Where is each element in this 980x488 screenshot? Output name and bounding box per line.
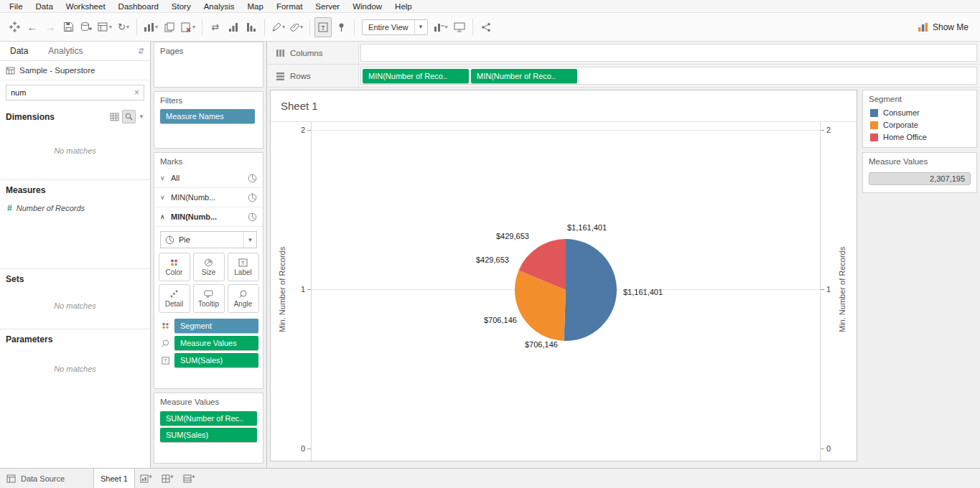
new-story-tab-icon[interactable]: [178, 469, 200, 488]
pane-pin-icon[interactable]: ⇵: [138, 47, 150, 56]
view-data-icon[interactable]: ▾: [141, 17, 160, 37]
menu-format[interactable]: Format: [270, 1, 309, 11]
detail-button-label: Detail: [165, 300, 184, 308]
tick-label: 0: [826, 444, 831, 454]
presentation-mode-icon[interactable]: [451, 17, 468, 37]
pill-segment[interactable]: Segment: [174, 319, 258, 333]
columns-shelf[interactable]: Columns: [267, 42, 980, 65]
legend-item-corporate[interactable]: Corporate: [863, 119, 976, 131]
field-number-of-records[interactable]: # Number of Records: [0, 200, 150, 217]
sort-descending-icon[interactable]: [243, 17, 260, 37]
measure-values-shelf[interactable]: Measure Values SUM(Number of Rec.. SUM(S…: [154, 393, 263, 464]
marks-layer-all[interactable]: ∨ All: [154, 169, 263, 188]
group-members-icon[interactable]: ▾: [288, 17, 305, 37]
share-icon[interactable]: [477, 17, 495, 37]
clear-search-icon[interactable]: ×: [131, 88, 139, 98]
right-axis[interactable]: Min. Number of Records 2 1 0: [821, 122, 857, 461]
worksheet-view[interactable]: Sheet 1 Min. Number of Records 2 1 0: [270, 90, 857, 461]
field-search-input[interactable]: [11, 88, 131, 97]
pages-shelf[interactable]: Pages: [154, 42, 263, 88]
marks-layer-min1[interactable]: ∨ MIN(Numb...: [154, 188, 263, 207]
data-source-connection[interactable]: Sample - Superstore: [0, 61, 150, 80]
tableau-logo-icon[interactable]: [6, 17, 23, 37]
mark-type-dropdown[interactable]: Pie ▼: [160, 231, 257, 248]
add-data-source-icon[interactable]: [78, 17, 95, 37]
tab-data[interactable]: Data: [0, 42, 38, 60]
legend-label: Home Office: [883, 133, 927, 141]
menu-bar: File Data Worksheet Dashboard Story Anal…: [0, 0, 980, 13]
measure-values-legend[interactable]: Measure Values 2,307,195: [862, 152, 977, 193]
pill-measure-values[interactable]: Measure Values: [174, 336, 258, 350]
find-field-button[interactable]: [122, 110, 136, 123]
legend-item-home-office[interactable]: Home Office: [863, 131, 976, 147]
redo-icon[interactable]: →: [42, 17, 59, 37]
pill-measure-names[interactable]: Measure Names: [160, 109, 255, 123]
chevron-down-icon[interactable]: ∨: [160, 174, 167, 182]
menu-story[interactable]: Story: [165, 1, 197, 11]
sheet1-tab[interactable]: Sheet 1: [93, 469, 135, 488]
columns-shelf-box[interactable]: [360, 44, 977, 62]
chevron-down-icon[interactable]: ▼: [139, 113, 144, 120]
marks-layer-min2[interactable]: ∧ MIN(Numb...: [154, 207, 263, 227]
show-labels-icon[interactable]: ▾: [431, 17, 450, 37]
columns-label: Columns: [290, 49, 322, 57]
tab-analytics[interactable]: Analytics: [38, 42, 93, 60]
legend-label: Consumer: [883, 108, 920, 117]
data-source-tab[interactable]: Data Source: [0, 469, 93, 488]
angle-button[interactable]: Angle: [228, 284, 259, 313]
size-button[interactable]: Size: [193, 253, 225, 281]
fix-axes-icon[interactable]: [332, 17, 350, 37]
swap-axes-icon[interactable]: ⇄: [207, 17, 224, 37]
view-as-table-icon[interactable]: [110, 113, 119, 121]
left-axis[interactable]: Min. Number of Records 2 1 0: [271, 122, 311, 461]
menu-dashboard[interactable]: Dashboard: [112, 1, 165, 11]
undo-icon[interactable]: ←: [24, 17, 41, 37]
clear-sheet-icon[interactable]: ▾: [179, 17, 197, 37]
legend-item-consumer[interactable]: Consumer: [863, 107, 976, 119]
menu-help[interactable]: Help: [388, 1, 419, 11]
new-worksheet-icon[interactable]: ▾: [95, 17, 114, 37]
sort-ascending-icon[interactable]: [225, 17, 242, 37]
menu-server[interactable]: Server: [309, 1, 346, 11]
pill-sum-sales[interactable]: SUM(Sales): [174, 353, 258, 367]
rows-shelf-box[interactable]: MIN(Number of Reco.. MIN(Number of Reco.…: [360, 67, 977, 85]
chevron-down-icon[interactable]: ∨: [160, 194, 167, 201]
menu-data[interactable]: Data: [29, 1, 60, 11]
pill-min-number-of-records-1[interactable]: MIN(Number of Reco..: [363, 69, 469, 83]
menu-worksheet[interactable]: Worksheet: [60, 1, 112, 11]
chevron-down-icon[interactable]: ▼: [414, 20, 427, 34]
menu-file[interactable]: File: [3, 1, 29, 11]
pie-slice-consumer[interactable]: [564, 239, 617, 341]
chevron-down-icon[interactable]: ▼: [243, 232, 256, 248]
pill-sum-sales[interactable]: SUM(Sales): [160, 428, 257, 442]
color-button[interactable]: Color: [159, 253, 190, 281]
pie-label: $706,146: [484, 316, 517, 324]
rows-shelf[interactable]: Rows MIN(Number of Reco.. MIN(Number of …: [267, 65, 980, 88]
show-mark-labels-button[interactable]: T: [314, 17, 332, 37]
menu-window[interactable]: Window: [346, 1, 388, 11]
fit-selector[interactable]: Entire View ▼: [362, 19, 427, 35]
chevron-up-icon[interactable]: ∧: [160, 213, 167, 220]
pill-min-number-of-records-2[interactable]: MIN(Number of Reco..: [471, 69, 577, 83]
new-worksheet-tab-icon[interactable]: [135, 469, 157, 488]
highlight-icon[interactable]: ▾: [269, 17, 287, 37]
label-button[interactable]: T Label: [228, 253, 259, 281]
tooltip-button[interactable]: Tooltip: [193, 284, 225, 313]
pill-sum-number-of-records[interactable]: SUM(Number of Rec..: [160, 411, 257, 426]
show-me-button[interactable]: Show Me: [918, 22, 974, 32]
menu-map[interactable]: Map: [241, 1, 270, 11]
plot-area[interactable]: $1,161,401 $1,161,401 $429,653 $429,653 …: [311, 122, 821, 461]
duplicate-sheet-icon[interactable]: [161, 17, 178, 37]
field-search-box[interactable]: ×: [6, 85, 144, 100]
segment-legend[interactable]: Segment Consumer Corporate Home Office: [862, 90, 977, 148]
center-area: Columns Rows MIN(Number of Reco.. MIN(Nu…: [267, 42, 980, 468]
new-dashboard-tab-icon[interactable]: [157, 469, 178, 488]
refresh-icon[interactable]: ↻▾: [115, 17, 132, 37]
toolbar-divider: [136, 19, 137, 36]
pie-chart[interactable]: [514, 238, 617, 342]
measure-values-range[interactable]: 2,307,195: [869, 172, 971, 185]
filters-shelf[interactable]: Filters Measure Names: [154, 91, 263, 149]
detail-button[interactable]: Detail: [159, 284, 190, 313]
save-icon[interactable]: [60, 17, 77, 37]
menu-analysis[interactable]: Analysis: [197, 1, 241, 11]
